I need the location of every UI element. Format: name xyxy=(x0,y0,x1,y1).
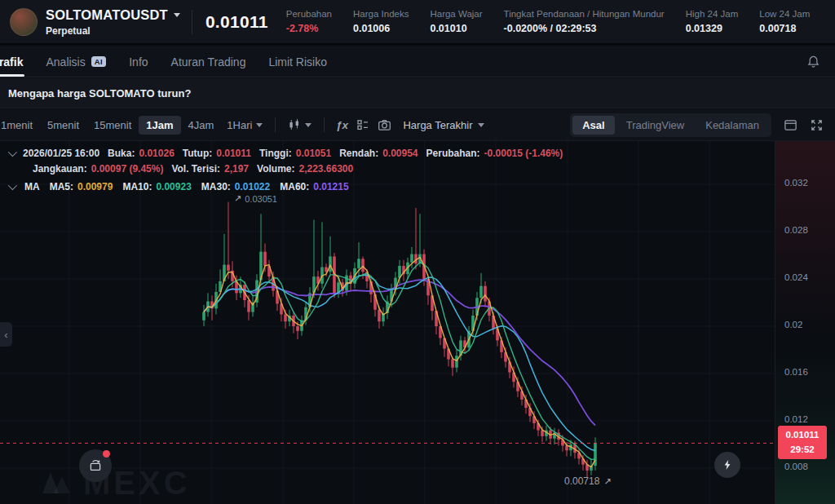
ma-info-row: MA MA5:0.00979 MA10:0.00923 MA30:0.01022… xyxy=(8,181,349,192)
interval-1h[interactable]: 1Jam xyxy=(139,116,180,135)
interval-5m[interactable]: 5menit xyxy=(40,116,86,135)
collapse-chevron-icon[interactable] xyxy=(8,148,17,157)
price-mode-dropdown[interactable]: Harga Terakhir xyxy=(403,119,484,131)
chevron-left-icon: ‹ xyxy=(4,329,7,341)
window-panel-icon xyxy=(784,118,797,132)
page-tabs: Grafik Analisis AI Info Aturan Trading L… xyxy=(0,46,835,77)
tab-aturan-trading[interactable]: Aturan Trading xyxy=(160,46,258,77)
fx-indicator-icon: ƒx xyxy=(336,119,348,131)
panel-layout-button[interactable] xyxy=(780,115,801,135)
source-kedalaman[interactable]: Kedalaman xyxy=(696,116,769,135)
chart-style-dropdown[interactable] xyxy=(288,118,311,131)
price-axis[interactable]: 0.01011 29:52 0.0320.0280.0240.020.0160.… xyxy=(775,141,835,504)
chevron-down-icon xyxy=(478,123,484,127)
fullscreen-button[interactable] xyxy=(806,115,827,135)
divider xyxy=(275,117,276,132)
divider xyxy=(324,117,325,132)
ohlc-info-row2: Jangkauan:0.00097 (9.45%) Vol. Terisi:2,… xyxy=(33,163,353,175)
axis-price-label: 0.02 xyxy=(784,320,802,329)
market-type-label: Perpetual xyxy=(46,25,180,37)
axis-price-label: 0.016 xyxy=(784,367,808,377)
quick-trade-button[interactable] xyxy=(714,452,740,478)
tab-info[interactable]: Info xyxy=(117,46,159,77)
news-banner[interactable]: Mengapa harga SOLTOMATO turun? xyxy=(0,78,835,108)
ai-badge-icon: AI xyxy=(91,56,107,68)
stat-fair-price: Harga Wajar 0.01010 xyxy=(430,9,482,34)
screenshot-button[interactable] xyxy=(373,115,395,135)
candlestick-icon xyxy=(288,118,301,131)
divider xyxy=(192,10,192,34)
chevron-down-icon xyxy=(305,123,311,127)
interval-15m[interactable]: 15menit xyxy=(86,116,139,135)
mexc-futures-window: SOLTOMATOUSDT Perpetual 0.01011 Perubaha… xyxy=(0,0,835,504)
axis-price-label: 0.012 xyxy=(784,414,808,424)
stat-index-price: Harga Indeks 0.01006 xyxy=(353,9,409,34)
arrow-up-icon: ↗ xyxy=(603,476,611,487)
chevron-down-icon xyxy=(256,123,263,127)
replay-window-icon xyxy=(88,458,103,473)
source-asal[interactable]: Asal xyxy=(572,116,614,135)
bell-icon xyxy=(806,55,820,69)
chart-replay-button[interactable] xyxy=(79,449,112,482)
current-price-badge: 0.01011 29:52 xyxy=(778,426,827,459)
lightning-icon xyxy=(722,459,733,471)
coin-icon xyxy=(10,8,38,36)
symbol-dropdown-caret-icon[interactable] xyxy=(174,13,180,17)
axis-price-label: 0.028 xyxy=(784,225,808,235)
chart-toolbar: 1menit 5menit 15menit 1Jam 4Jam 1Hari ƒx xyxy=(0,109,835,141)
camera-icon xyxy=(378,118,391,132)
mexc-logo-icon xyxy=(41,469,75,498)
tab-limit-risiko[interactable]: Limit Risiko xyxy=(257,46,338,77)
current-price-value: 0.01011 xyxy=(778,428,827,442)
chart-area[interactable]: 2026/01/25 16:00 Buka:0.01026 Tutup:0.01… xyxy=(0,141,835,504)
expand-icon xyxy=(810,118,824,132)
interval-1d-dropdown[interactable]: 1Hari xyxy=(227,116,263,135)
layout-list-icon xyxy=(356,118,369,131)
interval-1m[interactable]: 1menit xyxy=(0,116,40,135)
collapse-chevron-icon[interactable] xyxy=(8,181,17,190)
low-price-marker: 0.00718 ↗ xyxy=(564,475,612,487)
arrow-up-icon: ↗ xyxy=(234,193,241,204)
header-stats: Perubahan -2.78% Harga Indeks 0.01006 Ha… xyxy=(286,9,811,34)
source-tradingview[interactable]: TradingView xyxy=(616,116,695,135)
high-price-marker: ↗ 0.03051 xyxy=(234,193,277,204)
candle-datetime: 2026/01/25 16:00 xyxy=(23,148,99,159)
stat-low-24h: Low 24 Jam 0.00718 xyxy=(759,9,810,34)
news-banner-text: Mengapa harga SOLTOMATO turun? xyxy=(8,87,191,99)
indicators-button[interactable]: ƒx xyxy=(331,115,352,135)
ohlc-info-row: 2026/01/25 16:00 Buka:0.01026 Tutup:0.01… xyxy=(8,148,563,159)
chart-source-switch: Asal TradingView Kedalaman xyxy=(570,113,771,137)
axis-price-label: 0.024 xyxy=(784,272,808,282)
collapse-orderbook-handle[interactable]: ‹ xyxy=(0,322,12,347)
interval-4h[interactable]: 4Jam xyxy=(181,116,222,135)
tab-grafik[interactable]: Grafik xyxy=(0,46,34,77)
chart-settings-button[interactable] xyxy=(352,115,373,135)
notification-dot xyxy=(103,450,110,458)
stat-high-24h: High 24 Jam 0.01329 xyxy=(686,9,739,34)
stat-funding-countdown: Tingkat Pendanaan / Hitungan Mundur -0.0… xyxy=(504,9,665,34)
symbol-block[interactable]: SOLTOMATOUSDT Perpetual xyxy=(46,7,180,37)
symbol-name[interactable]: SOLTOMATOUSDT xyxy=(46,7,168,23)
axis-price-label: 0.008 xyxy=(784,462,808,471)
last-price: 0.01011 xyxy=(205,12,268,32)
stat-change: Perubahan -2.78% xyxy=(286,9,332,34)
notification-bell-button[interactable] xyxy=(792,55,835,69)
mexc-watermark: MEXC xyxy=(41,465,191,502)
funding-countdown: 29:52 xyxy=(778,443,827,457)
contract-header: SOLTOMATOUSDT Perpetual 0.01011 Perubaha… xyxy=(0,0,835,45)
tab-analisis[interactable]: Analisis AI xyxy=(34,46,117,77)
candlestick-chart[interactable] xyxy=(0,141,775,504)
axis-price-label: 0.032 xyxy=(784,178,808,188)
